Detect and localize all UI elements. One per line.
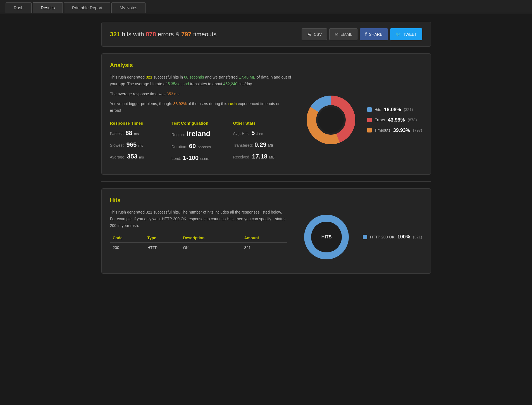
duration-row: Duration: 60 seconds <box>171 143 230 150</box>
fastest-label: Fastest: <box>110 131 124 136</box>
region-val: ireland <box>187 129 210 138</box>
load-unit: users <box>200 157 209 161</box>
share-button[interactable]: f SHARE <box>360 28 388 40</box>
hits-para1: This rush generated 321 successful hits.… <box>110 209 288 229</box>
load-row: Load: 1-100 users <box>171 154 230 162</box>
analysis-layout: This rush generated 321 successful hits … <box>110 74 422 166</box>
hits-legend: HTTP 200 OK 100% (321) <box>363 234 422 240</box>
legend-hits: Hits 16.08% (321) <box>367 107 422 113</box>
average-val: 353 <box>127 153 137 160</box>
hits-text: This rush generated 321 successful hits.… <box>110 209 288 265</box>
summary-text: 321 hits with 878 errors & 797 timeouts <box>110 31 217 38</box>
analysis-card: Analysis This rush generated 321 success… <box>101 53 431 175</box>
slowest-row: Slowest: 965 ms <box>110 141 169 148</box>
hits-table: Code Type Description Amount 200 HTTP OK… <box>110 233 288 253</box>
timeouts-label: timeouts <box>193 31 216 38</box>
donut-inner <box>318 107 344 133</box>
hits-table-head: Code Type Description Amount <box>110 233 288 243</box>
section-divider <box>101 181 431 182</box>
para1-rate: 5.35/second <box>168 82 189 86</box>
twitter-icon: 🐦 <box>395 32 401 37</box>
hits-donut-label: HITS <box>321 235 331 240</box>
region-row: Region: ireland <box>171 129 230 138</box>
other-stats-col: Other Stats Avg. Hits: 5 /sec Transfered… <box>233 121 292 166</box>
tab-rush[interactable]: Rush <box>6 2 32 13</box>
csv-icon: 🖨 <box>307 32 311 37</box>
email-icon: ✉ <box>335 32 338 37</box>
hits-color-swatch <box>367 107 372 112</box>
analysis-para3: You've got bigger problems, though: 83.9… <box>110 101 292 114</box>
transferred-val: 0.29 <box>254 141 266 148</box>
para3-rush: rush <box>228 101 237 106</box>
tab-mynotes[interactable]: My Notes <box>111 2 145 13</box>
timeouts-legend-label: Timeouts <box>374 128 390 132</box>
received-val: 17.18 <box>252 153 268 160</box>
analysis-para2: The average response time was 353 ms. <box>110 91 292 98</box>
slowest-val: 965 <box>126 141 137 148</box>
http200ok-link: HTTP 200 OK <box>162 217 186 221</box>
hits-title: Hits <box>110 197 422 203</box>
col-description: Description <box>180 233 241 243</box>
test-config-title: Test Configuration <box>171 121 230 125</box>
tabs-bar: Rush Results Printable Report My Notes <box>0 0 532 13</box>
para1-mb: 17.48 MB <box>239 75 256 79</box>
http200-pct: 100% <box>397 234 410 240</box>
row-code: 200 <box>110 243 145 253</box>
para1-hitsday: 462,240 <box>223 82 238 86</box>
duration-val: 60 <box>189 143 196 150</box>
duration-unit: seconds <box>197 145 211 149</box>
analysis-para1: This rush generated 321 successful hits … <box>110 74 292 87</box>
email-button[interactable]: ✉ EMAIL <box>329 28 357 40</box>
analysis-title: Analysis <box>110 62 422 68</box>
transferred-row: Transfered: 0.29 MB <box>233 141 292 148</box>
para2-ms: 353 ms <box>167 92 180 96</box>
tweet-label: TWEET <box>403 32 417 37</box>
errors-legend-pct: 43.99% <box>388 117 405 123</box>
action-buttons: 🖨 CSV ✉ EMAIL f SHARE 🐦 TWEET <box>302 28 422 40</box>
analysis-legend: Hits 16.08% (321) Errors 43.99% (878) Ti… <box>367 107 422 133</box>
hits-layout: This rush generated 321 successful hits.… <box>110 209 422 265</box>
col-amount: Amount <box>241 233 287 243</box>
avghits-unit: /sec <box>256 132 263 136</box>
errors-legend-label: Errors <box>374 118 385 122</box>
analysis-text: This rush generated 321 successful hits … <box>110 74 292 166</box>
load-val: 1-100 <box>183 154 199 162</box>
slowest-unit: ms <box>138 143 143 148</box>
test-config-col: Test Configuration Region: ireland Durat… <box>171 121 230 166</box>
main-content: 321 hits with 878 errors & 797 timeouts … <box>90 13 442 289</box>
hits-card: Hits This rush generated 321 successful … <box>101 188 431 274</box>
timeouts-count: 797 <box>181 31 192 38</box>
received-unit: MB <box>269 155 275 159</box>
tab-printable[interactable]: Printable Report <box>64 2 110 13</box>
hits-chart-area: HITS HTTP 200 OK 100% (321) <box>299 209 422 265</box>
hits-legend-count: (321) <box>404 107 413 112</box>
hits-legend-label: Hits <box>374 107 381 112</box>
legend-errors: Errors 43.99% (878) <box>367 117 422 123</box>
other-stats-title: Other Stats <box>233 121 292 125</box>
stats-grid: Response Times Fastest: 88 ms Slowest: 9… <box>110 121 292 166</box>
analysis-chart-area: Hits 16.08% (321) Errors 43.99% (878) Ti… <box>303 74 422 166</box>
para1-seconds: 60 seconds <box>184 75 204 79</box>
status-flag: --status 200 <box>110 217 286 228</box>
response-times-col: Response Times Fastest: 88 ms Slowest: 9… <box>110 121 169 166</box>
para3-pct: 83.92% <box>173 101 187 106</box>
row-type: HTTP <box>145 243 180 253</box>
errors-color-swatch <box>367 118 372 122</box>
hits-para1-count: 321 <box>146 210 152 214</box>
hits-table-body: 200 HTTP OK 321 <box>110 243 288 253</box>
tab-results[interactable]: Results <box>33 2 63 13</box>
slowest-label: Slowest: <box>110 143 125 148</box>
tweet-button[interactable]: 🐦 TWEET <box>390 28 422 40</box>
region-label: Region: <box>171 132 185 137</box>
errors-count: 878 <box>146 31 156 38</box>
csv-label: CSV <box>314 32 322 37</box>
avghits-val: 5 <box>251 129 255 137</box>
email-label: EMAIL <box>340 32 352 37</box>
hits-donut: HITS <box>299 209 354 265</box>
col-code: Code <box>110 233 145 243</box>
timeouts-legend-pct: 39.93% <box>393 127 410 133</box>
errors-label: errors & <box>158 31 181 38</box>
csv-button[interactable]: 🖨 CSV <box>302 28 327 40</box>
average-row: Average: 353 ms <box>110 153 169 160</box>
facebook-icon: f <box>365 31 367 37</box>
